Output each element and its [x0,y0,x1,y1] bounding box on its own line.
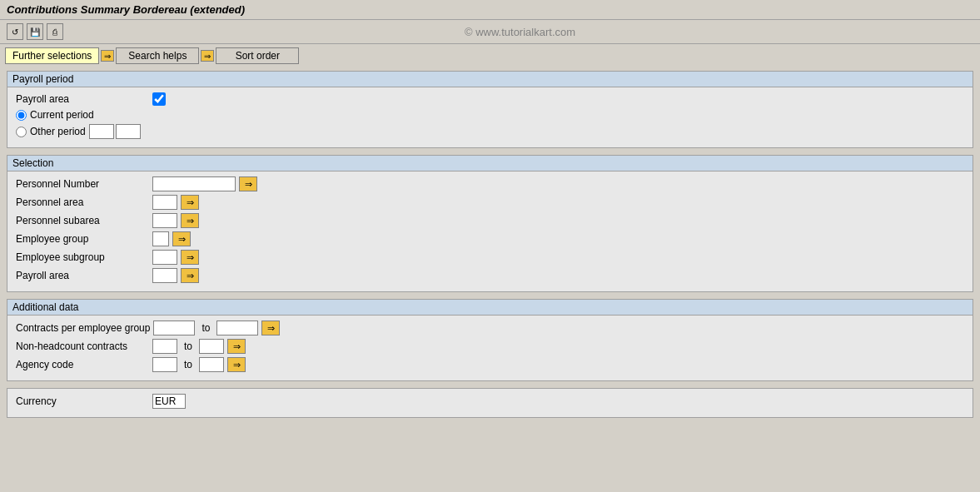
personnel-subarea-row: Personnel subarea ⇒ [16,213,964,228]
selection-payroll-area-row: Payroll area ⇒ [16,268,964,283]
currency-row: Currency [16,394,964,409]
other-period-row: Other period [16,124,964,139]
other-period-label: Other period [30,126,86,137]
employee-subgroup-input[interactable] [152,250,177,265]
personnel-number-label: Personnel Number [16,178,149,190]
agency-code-label: Agency code [16,359,149,370]
personnel-number-row: Personnel Number ⇒ [16,176,964,191]
payroll-area-label: Payroll area [16,93,149,105]
non-headcount-contracts-nav-btn[interactable]: ⇒ [227,339,246,354]
save-icon[interactable]: 💾 [27,23,43,40]
current-period-label: Current period [30,109,94,121]
agency-code-to-input[interactable] [199,357,224,372]
employee-group-row: Employee group ⇒ [16,231,964,246]
employee-group-label: Employee group [16,233,149,245]
contracts-employee-group-to-input[interactable] [216,321,258,335]
additional-data-header: Additional data [7,300,973,316]
currency-body: Currency [7,389,973,417]
personnel-area-row: Personnel area ⇒ [16,195,964,210]
period-input-2[interactable] [116,124,141,139]
non-headcount-contracts-input[interactable] [152,339,177,354]
tab-sort-order[interactable]: Sort order [216,47,299,64]
selection-body: Personnel Number ⇒ Personnel area ⇒ Pers… [7,171,973,291]
to-label-1: to [201,322,210,334]
to-label-2: to [184,340,192,352]
contracts-employee-group-row: Contracts per employee group to ⇒ [16,321,964,335]
payroll-area-row: Payroll area [16,92,964,106]
personnel-area-nav-btn[interactable]: ⇒ [181,195,199,210]
personnel-subarea-input[interactable] [152,213,177,228]
back-icon[interactable]: ↺ [7,23,23,40]
tab-arrow-2: ⇒ [201,50,214,62]
current-period-row: Current period [16,109,964,121]
current-period-radio[interactable] [16,110,27,121]
tab-arrow-1: ⇒ [101,50,114,62]
tab-search-helps[interactable]: Search helps [116,47,199,64]
employee-subgroup-label: Employee subgroup [16,251,149,263]
personnel-number-nav-btn[interactable]: ⇒ [239,176,257,191]
contracts-employee-group-input[interactable] [153,321,195,335]
personnel-subarea-nav-btn[interactable]: ⇒ [181,213,199,228]
agency-code-row: Agency code to ⇒ [16,357,964,372]
tab-search-helps-label: Search helps [128,50,187,62]
employee-subgroup-nav-btn[interactable]: ⇒ [181,250,199,265]
payroll-period-body: Payroll area Current period Other period [7,87,973,147]
tab-further-selections[interactable]: Further selections [5,47,99,64]
personnel-number-input[interactable] [152,176,236,191]
selection-payroll-area-input[interactable] [152,268,177,283]
print-icon[interactable]: ⎙ [47,23,63,40]
selection-header: Selection [7,156,973,171]
currency-section: Currency [7,388,973,418]
non-headcount-contracts-to-input[interactable] [199,339,224,354]
personnel-subarea-label: Personnel subarea [16,215,149,226]
non-headcount-contracts-label: Non-headcount contracts [16,340,149,352]
contracts-employee-group-label: Contracts per employee group [16,322,150,334]
other-period-radio[interactable] [16,127,27,137]
additional-data-section: Additional data Contracts per employee g… [7,299,973,381]
payroll-period-section: Payroll period Payroll area Current peri… [7,71,973,148]
currency-label: Currency [16,395,149,407]
tab-further-selections-label: Further selections [12,50,92,62]
selection-payroll-area-nav-btn[interactable]: ⇒ [181,268,199,283]
non-headcount-contracts-row: Non-headcount contracts to ⇒ [16,339,964,354]
toolbar: ↺ 💾 ⎙ © www.tutorialkart.com [0,20,980,44]
personnel-area-label: Personnel area [16,196,149,208]
to-label-3: to [184,359,192,370]
tab-bar: Further selections ⇒ Search helps ⇒ Sort… [0,44,980,67]
watermark: © www.tutorialkart.com [67,26,973,38]
page-title: Contributions Summary Bordereau (extende… [7,3,245,16]
contracts-employee-group-nav-btn[interactable]: ⇒ [261,321,280,335]
main-content: Payroll period Payroll area Current peri… [0,67,980,428]
agency-code-input[interactable] [152,357,177,372]
period-inputs [89,124,141,139]
personnel-area-input[interactable] [152,195,177,210]
employee-subgroup-row: Employee subgroup ⇒ [16,250,964,265]
title-bar: Contributions Summary Bordereau (extende… [0,0,980,20]
tab-sort-order-label: Sort order [236,50,280,62]
employee-group-nav-btn[interactable]: ⇒ [172,231,191,246]
payroll-period-header: Payroll period [7,72,973,87]
currency-input[interactable] [152,394,186,409]
period-input-1[interactable] [89,124,114,139]
payroll-area-checkbox[interactable] [152,92,166,106]
additional-data-body: Contracts per employee group to ⇒ Non-he… [7,316,973,380]
employee-group-input[interactable] [152,231,169,246]
selection-payroll-area-label: Payroll area [16,270,149,281]
agency-code-nav-btn[interactable]: ⇒ [227,357,246,372]
selection-section: Selection Personnel Number ⇒ Personnel a… [7,155,973,292]
